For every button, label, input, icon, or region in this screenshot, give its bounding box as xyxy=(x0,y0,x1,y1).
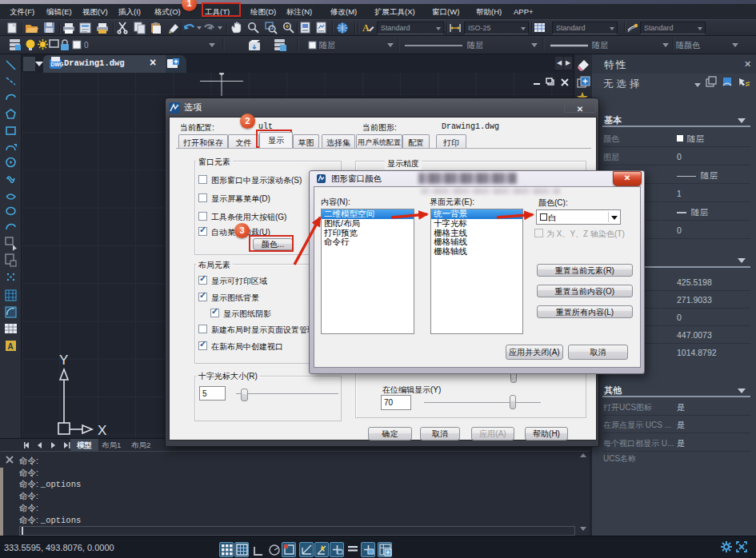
svg-text:随层: 随层 xyxy=(467,41,483,50)
svg-text:随颜色: 随颜色 xyxy=(676,41,701,50)
svg-text:随层: 随层 xyxy=(319,41,335,50)
svg-text:DWG: DWG xyxy=(51,62,64,67)
svg-text:Y: Y xyxy=(59,353,68,368)
svg-text:A: A xyxy=(362,22,370,34)
svg-text:0: 0 xyxy=(84,41,89,50)
svg-text:X: X xyxy=(98,423,106,438)
svg-text:A: A xyxy=(8,342,14,351)
svg-text:随层: 随层 xyxy=(592,41,608,50)
